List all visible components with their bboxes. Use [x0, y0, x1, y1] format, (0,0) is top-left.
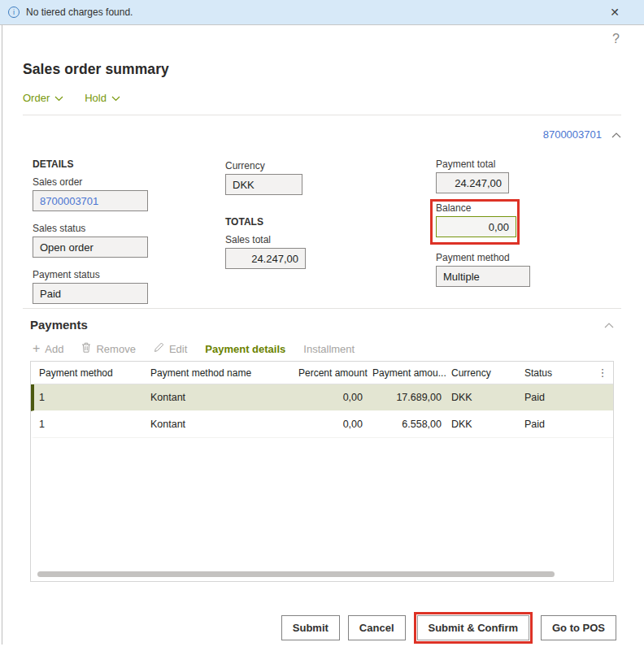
col-percent-amount[interactable]: Percent amount — [294, 367, 368, 379]
order-summary-form: DETAILS Sales order 8700003701 Sales sta… — [33, 158, 621, 302]
collapse-chevron-icon[interactable] — [604, 317, 614, 332]
payment-method-label: Payment method — [436, 252, 542, 263]
cell-payment-amount: 6.558,00 — [368, 419, 446, 430]
divider — [23, 115, 621, 115]
sales-order-field[interactable]: 8700003701 — [33, 190, 148, 211]
col-payment-method-name[interactable]: Payment method name — [146, 367, 294, 379]
cell-status: Paid — [520, 392, 592, 403]
cell-percent-amount: 0,00 — [294, 392, 368, 403]
order-header: 8700003701 — [23, 126, 621, 142]
menu-order-label: Order — [23, 92, 50, 104]
details-column: DETAILS Sales order 8700003701 Sales sta… — [33, 158, 163, 304]
sales-total-label: Sales total — [225, 234, 323, 245]
submit-confirm-highlight-box: Submit & Confirm — [414, 612, 533, 644]
cell-currency: DKK — [446, 392, 520, 403]
cell-payment-method-name: Kontant — [146, 392, 294, 403]
cell-payment-method: 1 — [34, 392, 146, 403]
currency-label: Currency — [225, 160, 323, 171]
totals-column: Currency DKK TOTALS Sales total 24.247,0… — [225, 158, 323, 269]
installment-button[interactable]: Installment — [303, 342, 355, 355]
payment-status-field[interactable]: Paid — [33, 283, 148, 304]
help-icon[interactable]: ? — [612, 32, 620, 46]
menubar: Order Hold — [23, 92, 621, 104]
dialog-content: Sales order summary Order Hold 870000370… — [0, 61, 644, 644]
balance-field[interactable]: 0,00 — [436, 216, 516, 237]
chevron-down-icon — [54, 92, 63, 104]
payment-method-field[interactable]: Multiple — [436, 266, 530, 287]
payments-title: Payments — [30, 318, 88, 332]
payment-total-field[interactable]: 24.247,00 — [436, 172, 509, 193]
payments-table-header: Payment method Payment method name Perce… — [31, 362, 613, 384]
pencil-icon — [154, 342, 164, 355]
sales-status-field[interactable]: Open order — [33, 237, 148, 258]
horizontal-scrollbar[interactable] — [37, 571, 555, 577]
add-label: Add — [45, 343, 63, 355]
edit-button[interactable]: Edit — [154, 342, 187, 355]
page-title: Sales order summary — [23, 61, 621, 78]
add-button[interactable]: + Add — [33, 342, 63, 355]
cell-percent-amount: 0,00 — [294, 419, 368, 430]
divider — [23, 308, 621, 309]
currency-field[interactable]: DKK — [225, 174, 302, 195]
help-row: ? — [0, 25, 644, 50]
balance-highlight-box: Balance 0,00 — [430, 199, 520, 245]
menu-order[interactable]: Order — [23, 92, 63, 104]
payment-details-label: Payment details — [205, 343, 285, 355]
remove-label: Remove — [96, 343, 135, 355]
plus-icon: + — [33, 343, 40, 354]
info-icon: i — [8, 7, 20, 18]
payment-summary-column: Payment total 24.247,00 Balance 0,00 Pay… — [436, 158, 542, 287]
payment-total-label: Payment total — [436, 158, 542, 170]
cell-payment-method-name: Kontant — [146, 419, 294, 430]
payments-section-header: Payments — [30, 317, 614, 332]
remove-button[interactable]: Remove — [81, 342, 135, 355]
installment-label: Installment — [303, 343, 355, 355]
details-section-title: DETAILS — [33, 158, 163, 170]
cell-payment-amount: 17.689,00 — [368, 392, 446, 403]
cell-currency: DKK — [446, 419, 520, 430]
cell-payment-method: 1 — [34, 419, 146, 430]
footer-actions: Submit Cancel Submit & Confirm Go to POS — [23, 612, 621, 644]
table-row[interactable]: 1 Kontant 0,00 6.558,00 DKK Paid — [31, 411, 613, 438]
payments-toolbar: + Add Remove Edit Payment details Instal… — [33, 342, 614, 355]
menu-hold[interactable]: Hold — [85, 92, 120, 104]
col-currency[interactable]: Currency — [446, 367, 520, 379]
go-to-pos-button[interactable]: Go to POS — [541, 615, 616, 640]
table-empty-area — [31, 438, 613, 581]
notification-message: No tiered charges found. — [26, 7, 133, 18]
payment-status-label: Payment status — [33, 269, 163, 280]
balance-label: Balance — [436, 202, 514, 214]
column-options-icon[interactable]: ⋮ — [592, 367, 613, 379]
totals-section-title: TOTALS — [225, 216, 323, 228]
col-payment-amount[interactable]: Payment amou... — [368, 367, 446, 379]
collapse-chevron-icon[interactable] — [611, 127, 621, 141]
notification-bar: i No tiered charges found. ✕ — [0, 0, 644, 25]
edit-label: Edit — [169, 343, 187, 355]
cell-status: Paid — [520, 419, 592, 430]
col-payment-method[interactable]: Payment method — [34, 367, 146, 379]
chevron-down-icon — [111, 92, 120, 104]
submit-confirm-button[interactable]: Submit & Confirm — [417, 615, 530, 640]
order-number-link[interactable]: 8700003701 — [543, 128, 602, 141]
payment-details-button[interactable]: Payment details — [205, 342, 285, 355]
cancel-button[interactable]: Cancel — [348, 615, 406, 640]
submit-button[interactable]: Submit — [281, 615, 340, 640]
trash-icon — [81, 342, 91, 355]
table-row[interactable]: 1 Kontant 0,00 17.689,00 DKK Paid — [31, 384, 613, 411]
payments-table: Payment method Payment method name Perce… — [30, 361, 614, 582]
close-icon[interactable]: ✕ — [610, 6, 620, 19]
sales-status-label: Sales status — [33, 223, 163, 234]
menu-hold-label: Hold — [85, 92, 107, 104]
sales-order-label: Sales order — [33, 176, 163, 188]
col-status[interactable]: Status — [520, 367, 592, 379]
sales-total-field[interactable]: 24.247,00 — [225, 248, 306, 269]
